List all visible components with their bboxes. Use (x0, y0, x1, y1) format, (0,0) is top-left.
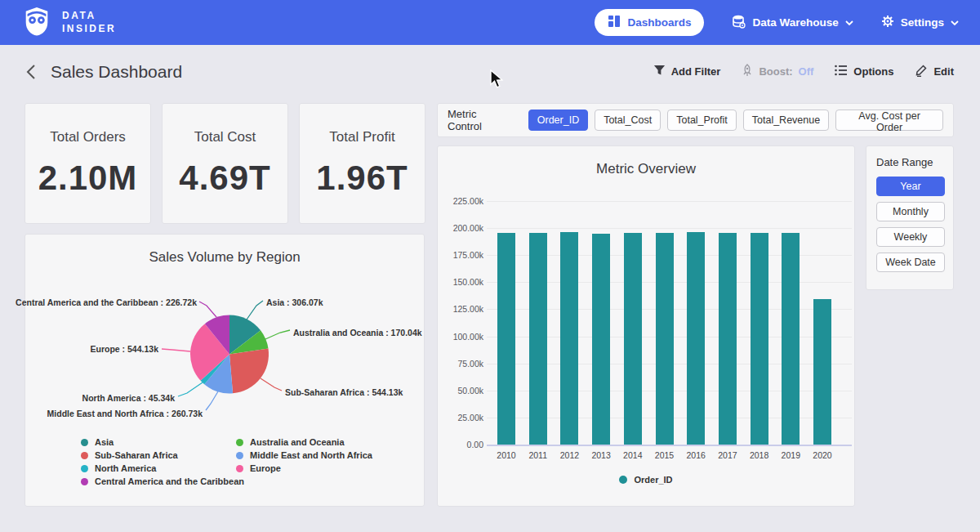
legend-label: Middle East and North Africa (250, 450, 372, 460)
bar-2020[interactable] (813, 299, 831, 445)
gear-icon (881, 15, 894, 30)
gridline (487, 201, 852, 202)
date-range-monthly[interactable]: Monthly (876, 202, 945, 221)
metric-chip-total-cost[interactable]: Total_Cost (595, 110, 661, 131)
list-options-icon (835, 65, 848, 78)
metric-chip-avg-cost-per-order[interactable]: Avg. Cost per Order (835, 110, 943, 131)
legend-label: Order_ID (634, 475, 672, 485)
legend-label: Central America and the Caribbean (95, 476, 244, 486)
y-axis-tick: 0.00 (438, 440, 483, 449)
legend-label: Europe (250, 463, 281, 473)
dashboard-toolbar: Sales Dashboard Add Filter Boost: Off (0, 45, 980, 98)
legend-label: Australia and Oceania (250, 437, 345, 447)
legend-dot (619, 476, 627, 484)
options-button[interactable]: Options (835, 65, 893, 78)
legend-label: Sub-Saharan Africa (95, 450, 178, 460)
y-axis-tick: 25.00k (438, 413, 483, 422)
gridline (487, 228, 852, 229)
database-icon (732, 15, 746, 31)
nav-settings[interactable]: Settings (881, 15, 959, 30)
x-axis-tick: 2015 (648, 450, 681, 460)
bar-2015[interactable] (656, 233, 674, 445)
brand-text: DATA INSIDER (62, 10, 116, 35)
nav-dashboards-button[interactable]: Dashboards (595, 9, 704, 36)
pie-leader-line (247, 301, 263, 320)
pie-leader-line (261, 378, 282, 391)
bar-2010[interactable] (497, 233, 515, 445)
kpi-card-total-cost: Total Cost 4.69T (162, 103, 288, 224)
rocket-icon (742, 64, 753, 79)
nav-dashboards-label: Dashboards (627, 16, 691, 29)
legend-dot (81, 439, 88, 446)
legend-item-australia-and-oceania[interactable]: Australia and Oceania (236, 436, 372, 449)
metric-control-bar: Metric Control Order_IDTotal_CostTotal_P… (437, 103, 954, 137)
x-axis-tick: 2016 (679, 450, 712, 460)
top-navbar: DATA INSIDER Dashboards (0, 0, 980, 45)
back-button[interactable] (26, 64, 36, 80)
nav-data-warehouse[interactable]: Data Warehouse (732, 15, 853, 31)
x-axis-tick: 2018 (743, 450, 776, 460)
y-axis-tick: 75.00k (438, 359, 483, 369)
legend-item-asia[interactable]: Asia (81, 436, 244, 449)
kpi-label: Total Cost (194, 129, 256, 145)
x-axis-tick: 2013 (585, 450, 617, 460)
y-axis-tick: 150.00k (438, 277, 483, 287)
add-filter-button[interactable]: Add Filter (653, 65, 721, 78)
pie-leader-line (265, 330, 290, 339)
kpi-card-total-orders: Total Orders 2.10M (24, 103, 151, 224)
legend-dot (236, 452, 243, 459)
y-axis-tick: 125.00k (438, 304, 483, 314)
pie-leader-line (206, 391, 218, 410)
x-axis-tick: 2017 (711, 450, 744, 460)
y-axis-tick: 200.00k (438, 223, 483, 233)
metric-overview-chart-card: Metric Overview 0.0025.00k50.00k75.00k10… (437, 145, 855, 507)
legend-label: North America (95, 463, 156, 473)
date-range-weekly[interactable]: Weekly (876, 227, 945, 247)
kpi-value: 2.10M (38, 159, 138, 198)
pie-label-north-america: North America : 45.34k (82, 393, 175, 403)
bar-2013[interactable] (592, 234, 610, 445)
pie-chart-title: Sales Volume by Region (25, 249, 424, 266)
legend-item-sub-saharan-africa[interactable]: Sub-Saharan Africa (81, 449, 244, 462)
page-title: Sales Dashboard (51, 62, 182, 82)
nav-data-warehouse-label: Data Warehouse (752, 16, 838, 29)
kpi-value: 4.69T (179, 159, 270, 198)
nav-settings-label: Settings (901, 16, 944, 29)
legend-item-north-america[interactable]: North America (81, 462, 244, 475)
bar-2016[interactable] (687, 232, 705, 445)
boost-toggle[interactable]: Boost: Off (742, 64, 813, 79)
pie-chart: Asia : 306.07kAustralia and Oceania : 17… (25, 279, 425, 427)
bar-2019[interactable] (782, 233, 800, 445)
legend-item-middle-east-and-north-africa[interactable]: Middle East and North Africa (236, 449, 372, 462)
bar-2012[interactable] (560, 232, 578, 445)
bar-2011[interactable] (529, 233, 547, 445)
edit-button[interactable]: Edit (915, 64, 954, 79)
date-range-label: Date Range (876, 156, 943, 168)
bar-2018[interactable] (751, 233, 768, 445)
x-axis-tick: 2010 (490, 450, 523, 460)
legend-dot (236, 439, 243, 446)
pie-label-europe: Europe : 544.13k (91, 344, 158, 354)
date-range-year[interactable]: Year (876, 177, 945, 196)
pie-label-australia-and-oceania: Australia and Oceania : 170.04k (293, 328, 422, 338)
y-axis-tick: 100.00k (438, 332, 483, 342)
owl-logo-icon (21, 6, 52, 40)
kpi-label: Total Profit (329, 129, 394, 145)
x-axis-line (487, 445, 852, 446)
metric-chip-total-revenue[interactable]: Total_Revenue (743, 110, 829, 131)
metric-chip-total-profit[interactable]: Total_Profit (667, 110, 737, 131)
bar-2014[interactable] (624, 233, 642, 445)
legend-item-europe[interactable]: Europe (236, 462, 372, 475)
bar-chart-legend: Order_ID (438, 475, 854, 485)
pie-slice-sub-saharan-africa[interactable] (229, 349, 269, 394)
sales-by-region-card: Sales Volume by Region Asia : 306.07kAus… (24, 234, 425, 507)
legend-item-central-america-and-the-caribbean[interactable]: Central America and the Caribbean (81, 475, 244, 488)
x-axis-tick: 2019 (774, 450, 807, 460)
pie-leader-line (178, 382, 203, 396)
legend-dot (81, 452, 88, 459)
y-axis-tick: 175.00k (438, 250, 483, 260)
date-range-week-date[interactable]: Week Date (876, 253, 945, 272)
bar-2017[interactable] (719, 233, 737, 445)
pie-label-middle-east-and-north-africa: Middle East and North Africa : 260.73k (47, 409, 203, 418)
metric-chip-order-id[interactable]: Order_ID (528, 110, 588, 131)
